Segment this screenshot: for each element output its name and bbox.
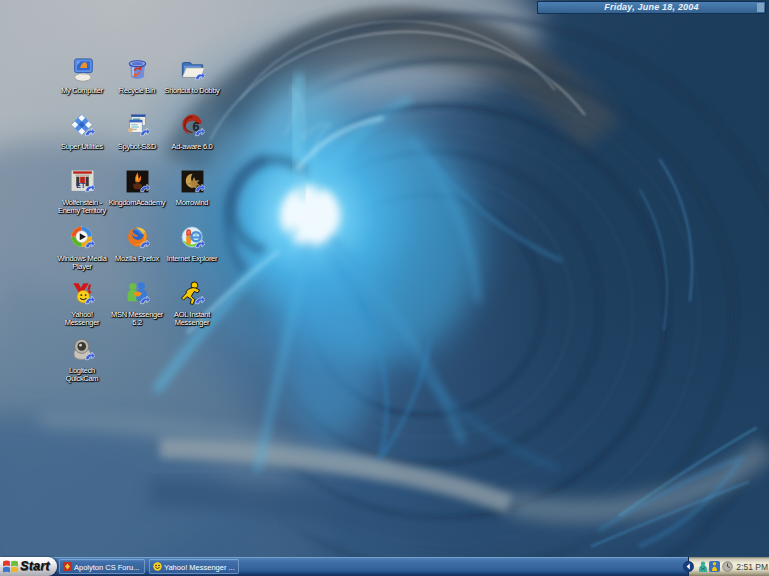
svg-text:ET: ET <box>76 182 86 189</box>
